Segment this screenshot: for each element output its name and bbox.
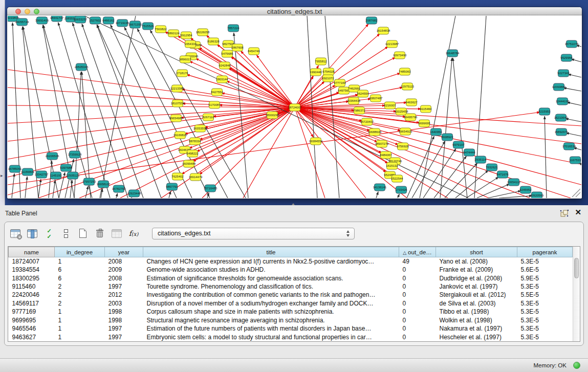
graph-node[interactable]: 20206506 bbox=[46, 152, 59, 160]
table-cell[interactable]: 0 bbox=[399, 266, 436, 274]
new-table-icon[interactable] bbox=[76, 227, 90, 240]
graph-node[interactable]: 8938923 bbox=[441, 134, 453, 141]
table-cell[interactable]: 18300295 bbox=[9, 274, 55, 282]
graph-node[interactable]: 7515526 bbox=[142, 23, 154, 30]
table-cell[interactable]: 5.3E-5 bbox=[517, 308, 573, 316]
table-cell[interactable]: 0 bbox=[399, 282, 436, 291]
table-cell[interactable]: 0 bbox=[399, 274, 436, 282]
table-row[interactable]: 1830029562008Estimation of significance … bbox=[9, 274, 573, 282]
graph-node[interactable]: 12444193 bbox=[556, 98, 570, 105]
table-cell[interactable]: 5.3E-5 bbox=[517, 333, 573, 341]
panel-splitter-handle[interactable] bbox=[290, 203, 296, 206]
table-cell[interactable]: Genome-wide association studies in ADHD. bbox=[143, 266, 399, 274]
graph-node[interactable]: 24055724 bbox=[15, 18, 29, 26]
graph-node[interactable]: 18226058 bbox=[196, 29, 210, 36]
graph-node[interactable]: 8454749 bbox=[248, 48, 260, 55]
table-cell[interactable]: Dudbridge et al. (2008) bbox=[436, 274, 517, 282]
graph-node[interactable]: 15720407 bbox=[360, 118, 374, 125]
graph-node[interactable]: 2867608 bbox=[231, 44, 244, 51]
graph-node[interactable]: 9463627 bbox=[405, 99, 418, 106]
table-cell[interactable]: 2012 bbox=[105, 291, 143, 299]
graph-node[interactable]: 7485063 bbox=[399, 68, 411, 75]
table-cell[interactable]: 1997 bbox=[105, 324, 143, 333]
graph-node[interactable]: 6216007 bbox=[384, 102, 396, 109]
graph-node[interactable]: 2087682 bbox=[365, 17, 378, 24]
graph-node[interactable]: 2522544 bbox=[391, 175, 403, 182]
table-cell[interactable]: Wolkin et al. (1998) bbox=[436, 316, 517, 324]
table-cell[interactable]: Hescheler et al. (1997) bbox=[436, 333, 517, 341]
table-cell[interactable]: 1998 bbox=[105, 316, 143, 324]
column-header-pagerank[interactable]: pagerank bbox=[517, 247, 573, 257]
table-cell[interactable]: 1998 bbox=[105, 308, 143, 316]
table-row[interactable]: 946362711997Embryonic stem cells: a mode… bbox=[9, 333, 573, 341]
table-cell[interactable]: 1997 bbox=[105, 282, 143, 291]
column-header-title[interactable]: title bbox=[143, 247, 399, 257]
graph-node[interactable]: 16648784 bbox=[446, 50, 460, 57]
table-cell[interactable]: 0 bbox=[399, 299, 436, 308]
table-cell[interactable]: 5.3E-5 bbox=[517, 257, 573, 266]
table-cell[interactable]: Embryonic stem cells: a model to study s… bbox=[143, 333, 399, 341]
table-cell[interactable]: 1 bbox=[55, 324, 105, 333]
table-cell[interactable]: 0 bbox=[399, 324, 436, 333]
graph-node[interactable]: 18907279 bbox=[375, 140, 389, 147]
table-cell[interactable]: 1 bbox=[55, 316, 105, 324]
graph-node[interactable]: 8860124 bbox=[167, 30, 180, 37]
delete-table-icon[interactable] bbox=[93, 227, 106, 240]
table-row[interactable]: 969969511998Structural magnetic resonanc… bbox=[9, 316, 573, 324]
graph-node[interactable]: 10719195 bbox=[116, 19, 129, 27]
table-cell[interactable]: Estimation of significance thresholds fo… bbox=[143, 274, 399, 282]
scrollbar-thumb[interactable] bbox=[574, 258, 579, 278]
graph-node[interactable]: 12213389 bbox=[170, 85, 184, 92]
table-cell[interactable]: 5.9E-5 bbox=[517, 274, 573, 282]
graph-node[interactable]: 15892971 bbox=[555, 128, 569, 136]
graph-node[interactable]: 7955812 bbox=[315, 58, 327, 65]
graph-node[interactable]: 9756928 bbox=[397, 143, 409, 150]
graph-node[interactable]: 5170087 bbox=[208, 101, 221, 108]
table-cell[interactable]: Tibbo et al. (1998) bbox=[436, 308, 517, 316]
graph-node[interactable]: 8215953 bbox=[538, 108, 551, 115]
graph-node[interactable]: 18441707 bbox=[50, 16, 64, 21]
table-cell[interactable]: 2 bbox=[55, 291, 105, 299]
graph-node[interactable]: 17957253 bbox=[82, 178, 96, 185]
graph-node[interactable]: 9397588 bbox=[60, 164, 72, 171]
graph-node[interactable]: 1990448 bbox=[310, 69, 322, 76]
graph-node[interactable]: 9857791 bbox=[166, 183, 178, 190]
table-cell[interactable]: 6 bbox=[55, 266, 105, 274]
graph-node[interactable]: 10973493 bbox=[393, 52, 407, 59]
graph-node[interactable]: 1640954 bbox=[430, 128, 442, 136]
table-row[interactable]: 977716911998Corpus callosum shape and si… bbox=[9, 308, 573, 316]
table-cell[interactable]: 9777169 bbox=[9, 308, 55, 316]
graph-node[interactable]: 5912954 bbox=[180, 32, 192, 39]
table-cell[interactable]: 18724007 bbox=[9, 257, 55, 266]
graph-node[interactable]: 9777169 bbox=[334, 79, 346, 86]
graph-node[interactable]: 20505346 bbox=[75, 63, 89, 71]
graph-node[interactable]: 6466162 bbox=[102, 17, 115, 24]
table-cell[interactable]: 9115460 bbox=[9, 282, 55, 291]
table-row[interactable]: 946554611997Estimation of the future num… bbox=[9, 324, 573, 333]
graph-node[interactable]: 12093882 bbox=[552, 83, 566, 91]
graph-node[interactable]: 6794028 bbox=[322, 68, 335, 75]
table-cell[interactable]: Stergiakouli et al. (2012) bbox=[436, 291, 517, 299]
table-options-icon[interactable] bbox=[9, 227, 22, 240]
graph-node[interactable]: 19166825 bbox=[173, 132, 187, 139]
table-row[interactable]: 911546021997Tourette syndrome. Phenomeno… bbox=[9, 282, 573, 291]
graph-node[interactable]: 15751074 bbox=[565, 40, 579, 48]
table-cell[interactable]: 1997 bbox=[105, 333, 143, 341]
graph-node[interactable]: 5475685 bbox=[221, 50, 233, 57]
table-cell[interactable]: Yano et al. (2008) bbox=[436, 257, 517, 266]
table-cell[interactable]: de Silva et al. (2003) bbox=[436, 299, 517, 308]
table-cell[interactable]: 5.5E-5 bbox=[517, 291, 573, 299]
merge-rows-icon[interactable] bbox=[59, 227, 73, 240]
table-cell[interactable]: Investigating the contribution of common… bbox=[143, 291, 399, 299]
table-cell[interactable]: 9463627 bbox=[9, 333, 55, 341]
window-resize-grip[interactable] bbox=[572, 189, 580, 197]
table-cell[interactable]: 0 bbox=[399, 291, 436, 299]
graph-node[interactable]: 9529966 bbox=[560, 54, 573, 61]
graph-node[interactable]: 17359928 bbox=[68, 151, 82, 158]
graph-node[interactable]: 16154838 bbox=[377, 27, 390, 34]
column-header-out_de[interactable]: △out_de… bbox=[399, 247, 436, 257]
graph-node[interactable]: 9115460 bbox=[420, 105, 432, 113]
graph-node[interactable]: 11156809 bbox=[21, 168, 34, 176]
graph-node[interactable]: 16099484 bbox=[182, 160, 196, 167]
table-cell[interactable]: Disruption of a novel member of a sodium… bbox=[143, 299, 399, 308]
